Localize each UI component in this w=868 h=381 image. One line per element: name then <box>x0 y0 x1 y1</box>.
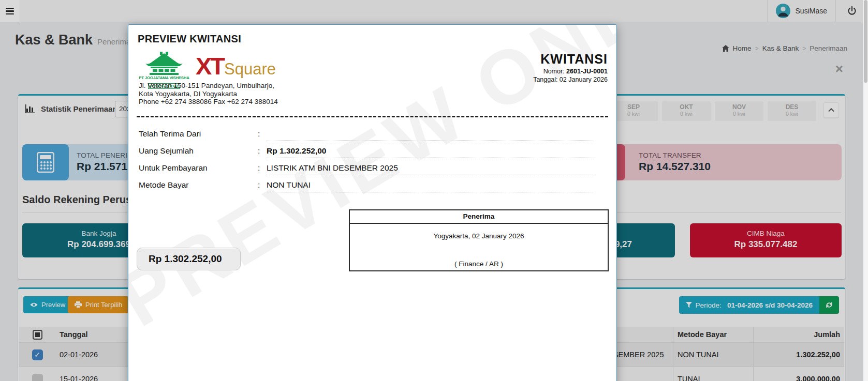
kwitansi-tanggal: 02 January 2026 <box>560 76 608 83</box>
amount-badge: Rp 1.302.252,00 <box>137 248 241 270</box>
scrollbar-track[interactable] <box>863 0 868 381</box>
dashed-divider <box>137 116 608 117</box>
xt-square-logo: XTSquare <box>196 52 276 80</box>
penerima-signer: ( Finance / AR ) <box>350 260 608 268</box>
penerima-box: Penerima Yogyakarta, 02 January 2026 ( F… <box>349 209 609 271</box>
field-metode-bayar: Metode Bayar : NON TUNAI <box>139 177 607 194</box>
field-untuk-pembayaran: Untuk Pembayaran : LISTRIK ATM BNI DESEM… <box>139 160 607 177</box>
field-uang-sejumlah: Uang Sejumlah : Rp 1.302.252,00 <box>139 143 607 160</box>
field-telah-terima-dari: Telah Terima Dari : <box>139 126 607 143</box>
kwitansi-nomor: 2601-JU-0001 <box>566 68 608 75</box>
preview-kwitansi-modal: PREVIEW ONLY PREVIEW KWITANSI PT JOGJATA… <box>128 24 617 381</box>
kwitansi-header: KWITANSI Nomor: 2601-JU-0001 Tanggal: 02… <box>533 52 608 83</box>
penerima-city-date: Yogyakarta, 02 January 2026 <box>350 232 608 240</box>
kwitansi-fields: Telah Terima Dari : Uang Sejumlah : Rp 1… <box>139 126 607 194</box>
scrollbar-thumb[interactable] <box>864 0 867 83</box>
modal-title: PREVIEW KWITANSI <box>138 33 241 45</box>
joglo-roof-icon <box>145 52 183 75</box>
company-address: Jl. Veteran 150-151 Pandeyan, Umbulharjo… <box>139 82 278 106</box>
